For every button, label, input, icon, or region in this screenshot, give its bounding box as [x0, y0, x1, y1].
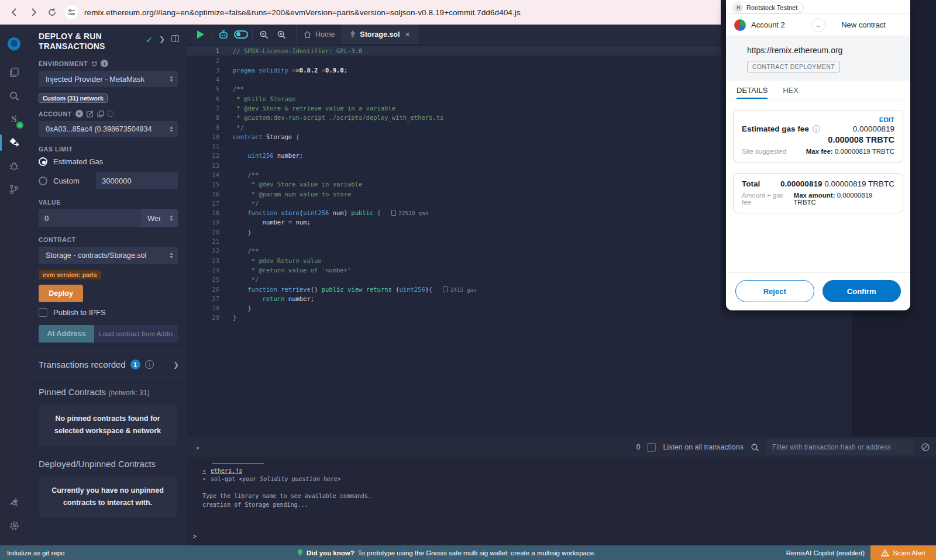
terminal-prompt[interactable]: > [193, 533, 197, 540]
confirm-button[interactable]: Confirm [823, 280, 901, 302]
zoom-out-icon[interactable] [255, 25, 273, 44]
search-icon[interactable] [0, 84, 28, 108]
tx-type-badge: CONTRACT DEPLOYMENT [747, 61, 840, 72]
plugin-manager-icon[interactable] [0, 490, 28, 514]
zoom-in-icon[interactable] [273, 25, 290, 44]
file-explorer-icon[interactable] [0, 61, 28, 84]
select-stepper-icon [170, 126, 173, 132]
network-pill[interactable]: R Rootstock Testnet [732, 2, 804, 13]
terminal-line [202, 458, 936, 467]
plug-small-icon[interactable] [91, 60, 97, 67]
listen-all-checkbox[interactable] [647, 443, 656, 452]
deploy-run-icon[interactable] [0, 131, 28, 154]
custom-gas-input[interactable] [96, 172, 178, 189]
pinned-contracts-heading: Pinned Contracts [39, 387, 106, 397]
value-label: VALUE [39, 199, 178, 206]
sender-account: Account 2 [751, 20, 785, 29]
git-init-button[interactable]: Initialize as git repo [0, 549, 64, 556]
gas-fee-card: EDIT Estimated gas fee i 0.00000819 0.00… [733, 110, 903, 163]
environment-select[interactable]: Injected Provider - MetaMask [39, 71, 178, 87]
recipient-label: New contract [841, 20, 886, 29]
tab-hex[interactable]: HEX [783, 86, 799, 99]
tab-home[interactable]: Home [296, 25, 342, 44]
code-token: } [233, 305, 252, 312]
close-tab-icon[interactable]: × [405, 30, 410, 39]
tab-details[interactable]: DETAILS [737, 86, 768, 99]
line-number: 14 [187, 171, 219, 178]
environment-info-icon[interactable]: i [101, 60, 108, 67]
transactions-info-icon[interactable]: i [145, 360, 154, 369]
copy-account-icon[interactable] [97, 110, 104, 117]
pin-panel-chevron-icon[interactable]: ❯ [159, 35, 165, 43]
line-number: 26 [187, 286, 219, 293]
account-select[interactable]: 0xA03...85ac4 (0.398673504934 [39, 121, 178, 137]
split-view-icon[interactable] [171, 35, 179, 42]
back-icon[interactable] [8, 6, 21, 19]
code-token: * @return value of 'number' [233, 267, 351, 274]
sign-message-icon[interactable] [87, 110, 94, 117]
address-bar[interactable]: remix.ethereum.org/#lang=en&optimize=fal… [84, 8, 521, 17]
copilot-status[interactable]: RemixAI Copilot (enabled) [786, 549, 865, 556]
remix-logo[interactable] [0, 28, 28, 61]
scam-alert-button[interactable]: Scam Alert [870, 545, 936, 560]
forward-icon[interactable] [27, 6, 40, 19]
contract-label: CONTRACT [39, 236, 178, 243]
max-amount-label: Max amount: [794, 192, 835, 199]
gas-fee-converted: 0.000008 TRBTC [742, 135, 894, 144]
add-account-icon[interactable]: + [75, 110, 83, 117]
deployed-empty-message: Currently you have no unpinnedcontracts … [39, 476, 177, 518]
tab-storage-sol[interactable]: Storage.sol × [342, 25, 417, 44]
code-line[interactable]: 29} [187, 313, 852, 322]
reject-button[interactable]: Reject [735, 280, 814, 302]
custom-gas-radio[interactable] [39, 177, 47, 185]
value-input[interactable] [39, 209, 140, 227]
copilot-toggle-icon[interactable] [232, 25, 250, 44]
contract-select[interactable]: Storage - contracts/Storage.sol [39, 247, 178, 264]
code-token: * @dev Return value [233, 257, 322, 264]
terminal-output[interactable]: > ethers.jssol-gpt <your Solidity questi… [187, 457, 936, 545]
line-number: 15 [187, 181, 219, 188]
deploy-button[interactable]: Deploy [39, 285, 83, 302]
settings-gear-icon[interactable] [0, 514, 28, 537]
icon-sidebar: S ✓ [0, 25, 28, 545]
line-number: 22 [187, 247, 219, 254]
remixai-assistant-icon[interactable] [215, 25, 232, 44]
collapse-terminal-icon[interactable]: ⌄⌄ [193, 445, 202, 450]
git-icon[interactable] [0, 178, 28, 201]
gas-fee-info-icon[interactable]: i [813, 125, 820, 133]
code-token: } [233, 229, 252, 236]
terminal-filter-input[interactable] [766, 440, 914, 455]
compile-success-badge: ✓ [16, 122, 23, 129]
terminal-line [202, 484, 936, 493]
run-script-icon[interactable] [192, 25, 209, 44]
amount-gas-label: Amount + gas fee [742, 192, 794, 206]
estimated-gas-radio[interactable] [39, 157, 47, 166]
clear-terminal-icon[interactable] [921, 443, 930, 452]
solidity-compiler-icon[interactable]: S ✓ [0, 108, 28, 131]
debugger-icon[interactable] [0, 154, 28, 178]
terminal-line[interactable]: ethers.js [202, 467, 936, 476]
home-icon [304, 31, 311, 38]
publish-ipfs-checkbox[interactable] [39, 308, 47, 317]
warning-triangle-icon [881, 549, 889, 556]
at-address-input[interactable] [94, 325, 178, 343]
network-badge: Custom (31) network [39, 94, 108, 103]
line-number: 3 [187, 67, 219, 74]
line-number: 21 [187, 238, 219, 245]
edit-gas-button[interactable]: EDIT [742, 116, 894, 123]
transactions-recorded-row[interactable]: Transactions recorded 1 i ❯ [28, 351, 187, 369]
transactions-expand-chevron[interactable]: ❯ [173, 361, 179, 369]
code-token: // SPDX-License-Identifier: GPL-3.0 [233, 47, 362, 54]
site-suggested-label: Site suggested [742, 148, 786, 155]
code-token: * @dev Store value in variable [233, 181, 362, 188]
value-unit-select[interactable]: Wei [140, 209, 178, 227]
custom-gas-label: Custom [53, 177, 90, 185]
gas-estimate-annotation: 22520 gas [391, 210, 428, 216]
gas-estimate-annotation: 2415 gas [443, 286, 477, 293]
terminal-line: creation of Storage pending... [202, 501, 936, 510]
site-settings-icon[interactable] [64, 5, 78, 19]
reload-icon[interactable] [46, 6, 58, 19]
code-token: * @custom:dev-run-script ./scripts/deplo… [233, 114, 443, 121]
code-token: /** [233, 85, 244, 92]
at-address-button[interactable]: At Address [39, 325, 94, 343]
